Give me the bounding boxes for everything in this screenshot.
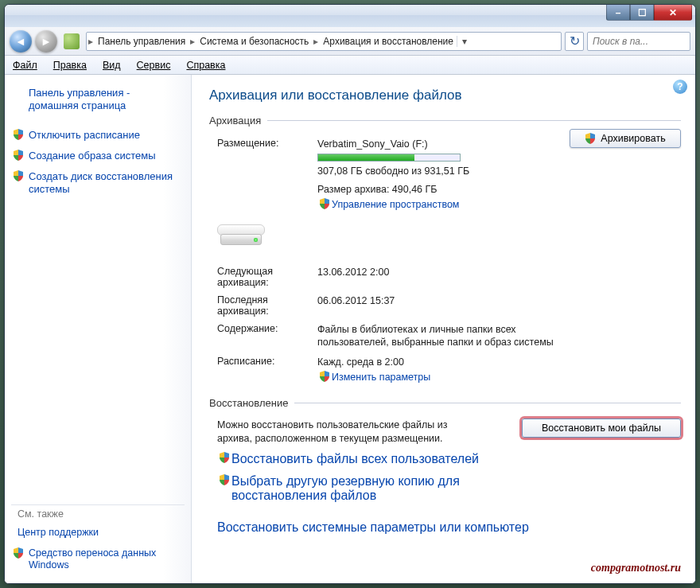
sidebar-easy-transfer[interactable]: Средство переноса данных Windows xyxy=(11,543,185,576)
crumb-system-security[interactable]: Система и безопасность xyxy=(196,36,312,47)
restore-description: Можно восстановить пользовательские файл… xyxy=(217,419,480,446)
shield-icon xyxy=(13,150,24,161)
restore-my-files-button[interactable]: Восстановить мои файлы xyxy=(522,419,681,438)
manage-space-link[interactable]: Управление пространством xyxy=(317,197,681,213)
sidebar-action-center[interactable]: Центр поддержки xyxy=(11,523,185,543)
close-button[interactable]: ✕ xyxy=(654,5,692,21)
search-box[interactable] xyxy=(587,32,690,51)
breadcrumb[interactable]: ▸ Панель управления ▸ Система и безопасн… xyxy=(86,32,562,51)
main-panel: ? Архивация или восстановление файлов Ар… xyxy=(192,75,695,584)
change-settings-link[interactable]: Изменить параметры xyxy=(317,369,681,386)
archive-size: Размер архива: 490,46 ГБ xyxy=(317,183,681,197)
crumb-backup-restore[interactable]: Архивация и восстановление xyxy=(320,36,457,47)
minimize-button[interactable]: – xyxy=(606,5,630,21)
space-progress xyxy=(317,154,461,162)
restore-legend: Восстановление xyxy=(209,397,294,409)
disk-icon xyxy=(217,220,265,251)
shield-icon xyxy=(319,371,330,382)
restore-system-link[interactable]: Восстановить системные параметры или ком… xyxy=(217,519,681,536)
search-input[interactable] xyxy=(588,36,690,47)
explorer-window: – ☐ ✕ ◄ ► ▸ Панель управления ▸ Система … xyxy=(4,4,696,584)
sidebar-disable-schedule[interactable]: Отключить расписание xyxy=(11,125,185,146)
contents-value: Файлы в библиотеках и личные папки всех … xyxy=(317,323,556,350)
next-backup-label: Следующая архивация: xyxy=(209,266,317,288)
next-backup-value: 13.06.2012 2:00 xyxy=(317,266,681,279)
shield-icon xyxy=(219,452,230,463)
chevron-icon[interactable]: ▸ xyxy=(87,36,95,47)
last-backup-value: 06.06.2012 15:37 xyxy=(317,294,681,308)
back-button[interactable]: ◄ xyxy=(10,30,32,53)
maximize-button[interactable]: ☐ xyxy=(630,5,654,21)
refresh-button[interactable]: ↻ xyxy=(565,32,584,51)
contents-label: Содержание: xyxy=(209,323,317,334)
location-icon xyxy=(64,33,80,49)
menubar: Файл Правка Вид Сервис Справка xyxy=(5,56,695,75)
menu-help[interactable]: Справка xyxy=(178,60,233,71)
window-buttons: – ☐ ✕ xyxy=(606,5,692,21)
choose-other-backup-link[interactable]: Выбрать другую резервную копию для восст… xyxy=(217,473,504,504)
space-progress-fill xyxy=(318,154,414,161)
crumb-control-panel[interactable]: Панель управления xyxy=(95,36,189,47)
chevron-icon[interactable]: ▸ xyxy=(312,36,320,47)
menu-file[interactable]: Файл xyxy=(5,60,45,71)
sidebar: Панель управления - домашняя страница От… xyxy=(5,75,192,584)
sidebar-create-image[interactable]: Создание образа системы xyxy=(11,146,185,166)
shield-icon xyxy=(13,547,24,559)
menu-view[interactable]: Вид xyxy=(95,60,129,71)
shield-icon xyxy=(585,133,596,144)
titlebar[interactable]: – ☐ ✕ xyxy=(5,5,695,27)
see-also-label: См. также xyxy=(11,504,185,523)
shield-icon xyxy=(219,474,230,485)
sidebar-home[interactable]: Панель управления - домашняя страница xyxy=(11,83,185,117)
forward-button[interactable]: ► xyxy=(35,30,57,53)
page-title: Архивация или восстановление файлов xyxy=(209,88,681,103)
schedule-label: Расписание: xyxy=(209,356,317,367)
restore-all-users-link[interactable]: Восстановить файлы всех пользователей xyxy=(217,450,681,468)
location-label: Размещение: xyxy=(209,138,317,149)
navbar: ◄ ► ▸ Панель управления ▸ Система и безо… xyxy=(5,27,695,56)
backup-section: Архивация Размещение: Verbatim_Sony_Vaio… xyxy=(209,115,681,391)
backup-legend: Архивация xyxy=(209,115,267,127)
breadcrumb-dropdown[interactable]: ▾ xyxy=(457,36,471,47)
content: Панель управления - домашняя страница От… xyxy=(5,75,695,584)
restore-section: Восстановление Восстановить мои файлы Мо… xyxy=(209,397,681,538)
chevron-icon[interactable]: ▸ xyxy=(189,36,196,47)
sidebar-footer: См. также Центр поддержки Средство перен… xyxy=(11,500,185,576)
last-backup-label: Последняя архивация: xyxy=(209,294,317,317)
shield-icon xyxy=(13,170,24,181)
sidebar-create-restore-disc[interactable]: Создать диск восстановления системы xyxy=(11,166,185,201)
shield-icon xyxy=(13,129,24,140)
free-space: 307,08 ГБ свободно из 931,51 ГБ xyxy=(317,165,681,178)
watermark: compgramotnost.ru xyxy=(591,562,681,574)
schedule-value: Кажд. среда в 2:00 xyxy=(317,356,681,369)
menu-edit[interactable]: Правка xyxy=(45,60,95,71)
backup-now-button[interactable]: Архивировать xyxy=(570,129,681,148)
menu-tools[interactable]: Сервис xyxy=(129,60,179,71)
shield-icon xyxy=(319,198,330,209)
help-icon[interactable]: ? xyxy=(673,80,687,94)
